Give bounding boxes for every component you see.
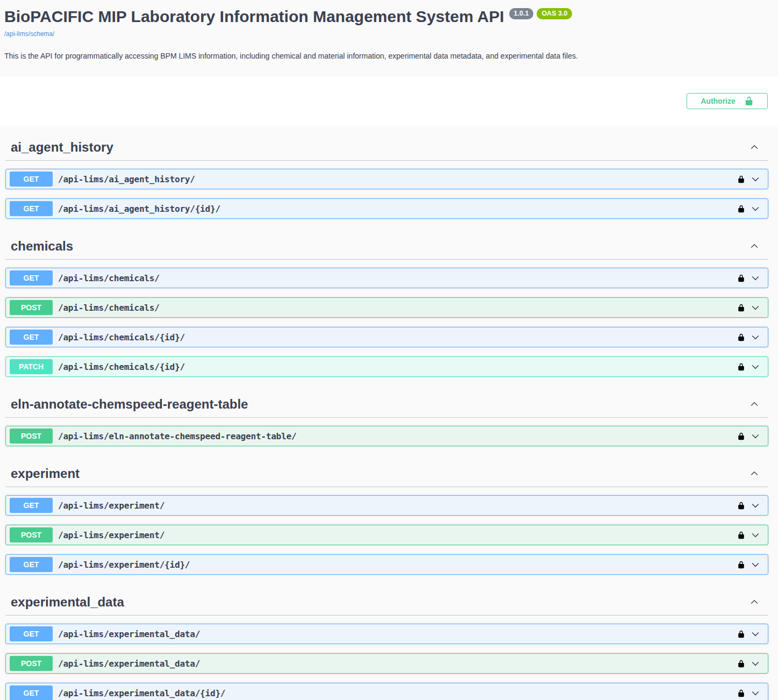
section-title: chemicals [11, 239, 73, 254]
title-badges: 1.0.1 OAS 3.0 [509, 8, 573, 19]
section-title: experiment [11, 466, 80, 481]
lock-icon[interactable] [737, 560, 745, 569]
lock-icon[interactable] [737, 274, 745, 283]
chevron-down-icon[interactable] [750, 273, 761, 283]
section: eln-annotate-chemspeed-reagent-table POS… [5, 386, 768, 446]
endpoint-path[interactable]: /api-lims/experimental_data/ [58, 629, 200, 639]
method-badge: POST [10, 428, 53, 444]
chevron-down-icon[interactable] [750, 658, 761, 669]
spec-link[interactable]: /api-lims/schema/ [4, 30, 54, 38]
endpoint-path[interactable]: /api-lims/chemicals/ [58, 303, 160, 313]
endpoint-row[interactable]: GET /api-lims/ai_agent_history/ [5, 169, 768, 189]
section-header[interactable]: eln-annotate-chemspeed-reagent-table [5, 386, 768, 418]
endpoint-path[interactable]: /api-lims/experiment/ [58, 530, 165, 540]
endpoint-row[interactable]: GET /api-lims/experimental_data/ [5, 624, 768, 644]
chevron-down-icon[interactable] [750, 302, 761, 313]
endpoint-row[interactable]: GET /api-lims/experimental_data/{id}/ [5, 683, 768, 700]
section-header[interactable]: chemicals [5, 228, 768, 260]
endpoint-row-controls [737, 530, 761, 540]
method-badge: GET [10, 626, 53, 641]
method-badge: GET [10, 270, 53, 285]
lock-icon[interactable] [737, 432, 745, 441]
method-badge: GET [10, 172, 53, 187]
method-badge: POST [10, 300, 53, 315]
endpoint-row-controls [737, 361, 761, 372]
chevron-down-icon[interactable] [750, 688, 761, 698]
chevron-up-icon[interactable] [749, 142, 760, 153]
endpoint-row-controls [737, 332, 761, 342]
chevron-down-icon[interactable] [750, 500, 761, 511]
chevron-down-icon[interactable] [750, 431, 761, 441]
chevron-down-icon[interactable] [750, 361, 761, 372]
endpoint-row[interactable]: GET /api-lims/ai_agent_history/{id}/ [5, 198, 768, 219]
chevron-up-icon[interactable] [749, 399, 760, 410]
endpoint-path[interactable]: /api-lims/chemicals/ [58, 273, 160, 283]
section-title: eln-annotate-chemspeed-reagent-table [11, 397, 248, 412]
endpoint-row[interactable]: POST /api-lims/experiment/ [5, 525, 768, 545]
authorize-button[interactable]: Authorize [687, 93, 768, 109]
method-badge: GET [10, 685, 53, 700]
section-header[interactable]: ai_agent_history [5, 129, 768, 161]
endpoint-row[interactable]: GET /api-lims/chemicals/{id}/ [5, 327, 768, 347]
endpoint-path[interactable]: /api-lims/ai_agent_history/{id}/ [58, 204, 220, 214]
method-badge: GET [10, 330, 53, 345]
method-badge: GET [10, 557, 53, 572]
lock-icon[interactable] [737, 303, 745, 312]
section: chemicals GET /api-lims/chemicals/ [5, 228, 768, 377]
section: experiment GET /api-lims/experiment/ [5, 455, 768, 575]
lock-icon[interactable] [737, 362, 745, 372]
section-header[interactable]: experiment [5, 455, 768, 487]
lock-icon[interactable] [737, 175, 745, 184]
endpoint-path[interactable]: /api-lims/experimental_data/ [58, 659, 200, 669]
lock-icon[interactable] [737, 501, 745, 510]
chevron-down-icon[interactable] [750, 628, 761, 639]
endpoint-row-controls [737, 559, 761, 570]
endpoint-list: GET /api-lims/experimental_data/ POST /a… [5, 616, 768, 700]
chevron-down-icon[interactable] [750, 559, 761, 570]
lock-icon[interactable] [737, 630, 745, 639]
oas-badge: OAS 3.0 [537, 8, 572, 19]
lock-icon[interactable] [737, 531, 745, 540]
authorize-label: Authorize [701, 97, 736, 105]
lock-icon[interactable] [737, 204, 745, 213]
endpoint-path[interactable]: /api-lims/eln-annotate-chemspeed-reagent… [58, 431, 296, 441]
endpoint-path[interactable]: /api-lims/chemicals/{id}/ [58, 332, 185, 342]
endpoint-row-controls [737, 688, 761, 698]
section: ai_agent_history GET /api-lims/ai_agent_… [5, 129, 768, 219]
sections: ai_agent_history GET /api-lims/ai_agent_… [0, 126, 778, 700]
endpoint-row[interactable]: POST /api-lims/eln-annotate-chemspeed-re… [5, 426, 768, 446]
endpoint-row[interactable]: POST /api-lims/chemicals/ [5, 297, 768, 318]
section-header[interactable]: experimental_data [5, 584, 768, 616]
endpoint-row-controls [737, 628, 761, 639]
endpoint-path[interactable]: /api-lims/chemicals/{id}/ [58, 362, 185, 372]
lock-icon[interactable] [737, 659, 745, 668]
section-title: ai_agent_history [11, 140, 113, 155]
section-title: experimental_data [11, 595, 124, 610]
endpoint-row[interactable]: GET /api-lims/experiment/{id}/ [5, 554, 768, 575]
endpoint-row[interactable]: POST /api-lims/experimental_data/ [5, 653, 768, 674]
chevron-down-icon[interactable] [750, 174, 761, 184]
endpoint-row[interactable]: GET /api-lims/chemicals/ [5, 268, 768, 288]
endpoint-row-controls [737, 658, 761, 669]
lock-icon[interactable] [737, 689, 745, 698]
endpoint-path[interactable]: /api-lims/experimental_data/{id}/ [58, 688, 225, 698]
chevron-up-icon[interactable] [749, 597, 760, 608]
chevron-down-icon[interactable] [750, 332, 761, 342]
method-badge: PATCH [10, 359, 53, 374]
endpoint-path[interactable]: /api-lims/experiment/ [58, 501, 165, 511]
endpoint-path[interactable]: /api-lims/ai_agent_history/ [58, 174, 195, 184]
chevron-down-icon[interactable] [750, 530, 761, 540]
api-info-header: BioPACIFIC MIP Laboratory Information Ma… [0, 0, 778, 76]
chevron-up-icon[interactable] [749, 241, 760, 252]
lock-icon[interactable] [737, 333, 745, 342]
endpoint-list: GET /api-lims/chemicals/ POST /api-lims/… [5, 260, 768, 377]
endpoint-row[interactable]: GET /api-lims/experiment/ [5, 495, 768, 516]
section: experimental_data GET /api-lims/experime… [5, 584, 768, 700]
chevron-up-icon[interactable] [749, 468, 760, 479]
endpoint-list: POST /api-lims/eln-annotate-chemspeed-re… [5, 418, 768, 446]
endpoint-row[interactable]: PATCH /api-lims/chemicals/{id}/ [5, 356, 768, 377]
scheme-container: Authorize [0, 76, 778, 126]
chevron-down-icon[interactable] [750, 203, 761, 214]
method-badge: GET [10, 498, 53, 513]
endpoint-path[interactable]: /api-lims/experiment/{id}/ [58, 560, 190, 570]
